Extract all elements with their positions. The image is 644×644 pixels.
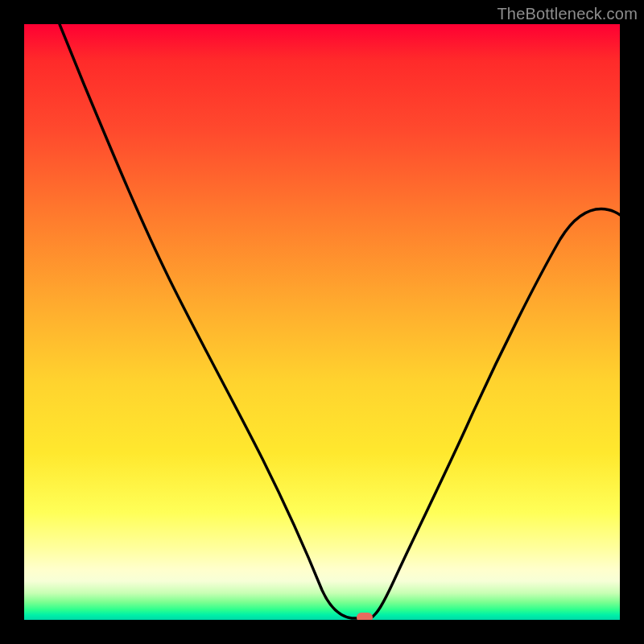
bottleneck-curve <box>60 24 620 618</box>
chart-container: TheBottleneck.com <box>0 0 644 644</box>
curve-layer <box>24 24 620 620</box>
watermark-text: TheBottleneck.com <box>497 5 638 23</box>
optimum-marker <box>357 613 373 620</box>
plot-area <box>24 24 620 620</box>
